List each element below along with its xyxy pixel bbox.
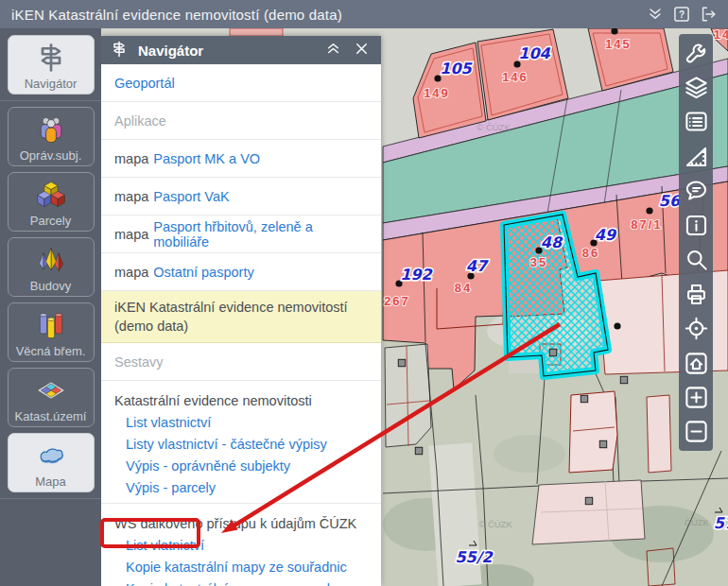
sidebar-item-budovy[interactable]: Budovy [8, 237, 95, 297]
map-label-blue: 47 [466, 257, 489, 275]
panel-link[interactable]: Kopie katastrální mapy pro parcelu [114, 578, 368, 586]
panel-link-prefix: mapa [114, 189, 148, 204]
sidebar-item-label: Věcná břem. [16, 344, 86, 358]
panel-row: mapaOstatní pasporty [101, 253, 381, 291]
navigator-panel-rows: GeoportálAplikacemapaPasport MK a VOmapa… [101, 64, 381, 586]
map-label-blue: 57 [714, 514, 728, 532]
sidebar-item-label: Parcely [30, 214, 71, 228]
iken-app: { "title_bar": { "title": "iKEN Katastrá… [0, 0, 728, 586]
panel-link[interactable]: Kopie katastrální mapy ze souřadnic [114, 557, 368, 578]
sidebar-item-opravnene-subjekty[interactable]: Opráv.subj. [8, 107, 95, 166]
point-dot [614, 322, 620, 329]
panel-link[interactable]: Pasport hřbitovů, zeleně a mobiliáře [153, 219, 368, 250]
panel-link[interactable]: Výpis - parcely [114, 477, 368, 499]
layer-list-button[interactable] [679, 108, 713, 136]
people-icon [33, 112, 69, 147]
mosaic-icon [33, 372, 69, 408]
measure-button[interactable] [679, 142, 713, 170]
panel-row: Sestavy [101, 343, 381, 381]
panel-group: WS dálkového přístupu k údajům ČÚZKList … [101, 504, 381, 586]
svg-text:?: ? [679, 9, 685, 20]
panel-link[interactable]: Pasport VaK [153, 189, 229, 204]
help-icon[interactable]: ? [671, 4, 692, 25]
panel-link[interactable]: Geoportál [114, 76, 175, 91]
panel-link[interactable]: Ostatní pasporty [153, 265, 253, 280]
zoom-in-button[interactable] [679, 384, 713, 412]
building-square [620, 376, 627, 383]
sidebar-item-label: Mapa [35, 474, 66, 489]
map-label-blue: 48 [541, 233, 563, 251]
tools-button[interactable] [679, 39, 713, 67]
panel-link[interactable]: Listy vlastnictví - částečné výpisy [114, 434, 368, 456]
search-button[interactable] [679, 246, 713, 274]
layers-button[interactable] [679, 73, 713, 101]
panel-row: Aplikace [101, 102, 381, 140]
signpost-icon [33, 40, 69, 76]
building-square [581, 395, 587, 402]
comments-button[interactable] [679, 177, 713, 205]
copyright-watermark: © ČÚZK [477, 122, 511, 132]
sidebar-item-katastralni-uzemi[interactable]: Katast.území [8, 368, 95, 427]
sidebar-divider [0, 100, 101, 101]
panel-link[interactable]: List vlatnictví [114, 535, 368, 557]
panel-link-prefix: mapa [114, 151, 148, 166]
map-label-red: 84 [455, 281, 472, 295]
panel-link[interactable]: Výpis - oprávněné subjekty [114, 456, 368, 477]
zoom-out-button[interactable] [679, 418, 713, 446]
map-label-red: 35 [530, 255, 547, 269]
map-label-red: 149 [424, 86, 450, 100]
sidebar-divider [0, 498, 101, 499]
panel-link[interactable]: List vlastnictví [114, 412, 368, 434]
map-toolbar [679, 34, 713, 451]
title-bar-actions: ? [645, 4, 728, 25]
building-square [415, 447, 422, 454]
building-square [398, 359, 405, 366]
collapse-panels-icon[interactable] [645, 4, 666, 25]
sidebar-item-mapa[interactable]: Mapa [8, 433, 95, 492]
map-label-red: 146 [502, 70, 529, 84]
map-label-red: 14 [714, 28, 728, 42]
app-title: iKEN Katastrální evidence nemovitostí (d… [0, 7, 342, 23]
panel-row: mapaPasport hřbitovů, zeleně a mobiliáře [101, 215, 381, 253]
panel-link-prefix: mapa [114, 265, 148, 280]
sidebar-item-navigator[interactable]: Navigátor [8, 35, 95, 95]
panel-title: Navigátor [138, 43, 324, 59]
home-button[interactable] [679, 349, 713, 377]
pyramids-icon [33, 242, 69, 278]
close-panel-icon[interactable] [353, 40, 373, 60]
sidebar-item-label: Katast.území [15, 409, 87, 423]
columns-icon [33, 307, 69, 343]
print-button[interactable] [679, 280, 713, 308]
map-label-blue: 192 [400, 266, 433, 284]
map-label-blue: 49 [595, 226, 617, 244]
title-bar: iKEN Katastrální evidence nemovitostí (d… [0, 0, 728, 28]
collapse-panel-icon[interactable] [324, 40, 345, 60]
map-label-red: 267 [384, 294, 410, 308]
building-square [585, 497, 592, 504]
navigator-panel-header: Navigátor [101, 36, 381, 64]
sidebar-item-label: Navigátor [25, 77, 78, 91]
panel-row: Geoportál [101, 64, 381, 102]
map-label-red: 145 [605, 37, 632, 51]
panel-section-label: Aplikace [114, 113, 166, 129]
panel-link-prefix: mapa [114, 227, 148, 242]
sidebar-item-parcely[interactable]: Parcely [8, 172, 95, 232]
sidebar-item-vecna-bremena[interactable]: Věcná břem. [8, 302, 95, 362]
logout-icon[interactable] [698, 4, 719, 25]
map-label-blue: 104 [518, 44, 550, 62]
map-label-red: 86 [582, 246, 599, 260]
panel-row-active-app: iKEN Katastrální evidence nemovitostí (d… [101, 291, 381, 343]
map-label-blue: 105 [440, 60, 473, 78]
panel-group-header: Katastrální evidence nemovitosti [114, 389, 368, 412]
panel-row: mapaPasport MK a VO [101, 140, 381, 178]
map-label-blue: 55/2 [455, 548, 494, 566]
sidebar-item-label: Opráv.subj. [20, 148, 82, 163]
locate-button[interactable] [679, 315, 713, 343]
map-label-red: 87/1 [631, 217, 662, 232]
info-button[interactable] [679, 211, 713, 239]
building-square [549, 349, 556, 355]
panel-group-header: WS dálkového přístupu k údajům ČÚZK [114, 512, 368, 535]
panel-link[interactable]: Pasport MK a VO [153, 151, 260, 166]
panel-group: Katastrální evidence nemovitostiList vla… [101, 381, 381, 504]
point-dot [646, 207, 652, 214]
